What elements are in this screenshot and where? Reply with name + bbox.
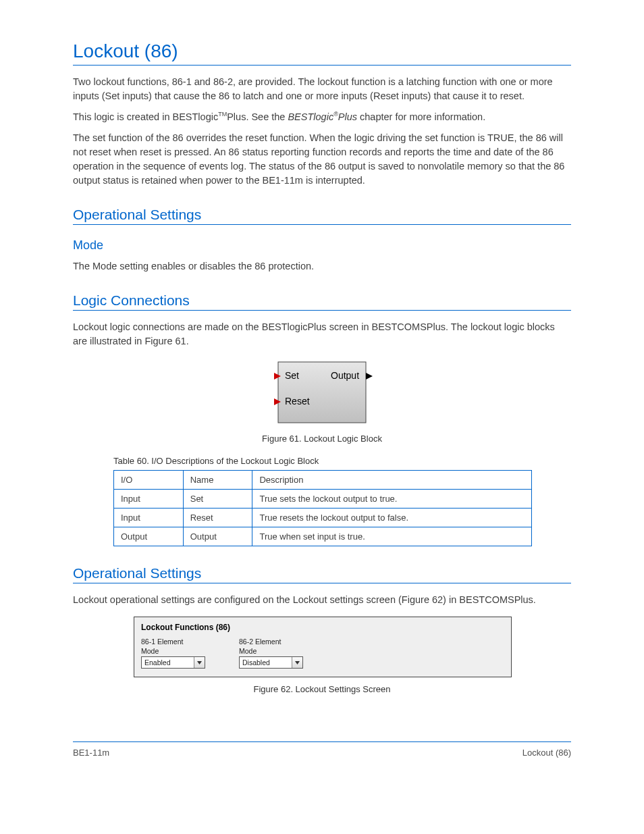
- set-label: Set: [285, 370, 299, 381]
- name-cell: Reset: [183, 509, 252, 527]
- io-table: I/O Name Description Input Set True sets…: [113, 470, 532, 546]
- section-divider: [73, 65, 571, 66]
- lockout-861-label: 86-1 Element: [141, 637, 205, 646]
- svg-marker-3: [366, 373, 373, 380]
- footer-divider: [73, 741, 571, 742]
- figure-61: Set Reset Output Figure 61. Lockout Logi…: [73, 361, 571, 444]
- lockout-861-mode-value: Enabled: [144, 658, 171, 667]
- mode-text: The Mode setting enables or disables the…: [73, 259, 571, 273]
- table-row: Input Set True sets the lockout output t…: [114, 490, 532, 509]
- footer-right: Lockout (86): [522, 748, 571, 758]
- footer-left: BE1-11m: [73, 748, 109, 758]
- intro-paragraph-1: Two lockout functions, 86-1 and 86-2, ar…: [73, 75, 571, 103]
- io-cell: Input: [114, 509, 184, 527]
- svg-marker-4: [197, 661, 202, 664]
- lockout-panel-title: Lockout Functions (86): [141, 623, 504, 632]
- desc-cell: True sets the lockout output to true.: [252, 490, 532, 509]
- lockout-862-mode-label: Mode: [239, 647, 303, 655]
- chevron-down-icon: [292, 657, 302, 668]
- operational-divider-1: [73, 224, 571, 225]
- reset-label: Reset: [285, 396, 310, 407]
- io-cell: Input: [114, 490, 184, 509]
- table-row: Output Output True when set input is tru…: [114, 527, 532, 546]
- lockout-col-862: 86-2 Element Mode Disabled: [239, 637, 303, 669]
- table-60-caption: Table 60. I/O Descriptions of the Lockou…: [113, 456, 571, 466]
- intro-paragraph-3: The set function of the 86 overrides the…: [73, 131, 571, 188]
- lockout-functions-panel: Lockout Functions (86) 86-1 Element Mode…: [134, 617, 512, 677]
- lockout-862-label: 86-2 Element: [239, 637, 303, 646]
- name-cell: Output: [183, 527, 252, 546]
- mode-title: Mode: [73, 238, 571, 253]
- lockout-logic-block-svg: Set Reset Output: [271, 361, 373, 425]
- io-header-name: Name: [183, 471, 252, 490]
- output-label: Output: [331, 370, 359, 381]
- section-title: Lockout (86): [73, 41, 571, 62]
- logic-connections-title: Logic Connections: [73, 292, 571, 309]
- figure-62-caption: Figure 62. Lockout Settings Screen: [73, 684, 571, 694]
- lockout-861-mode-label: Mode: [141, 647, 205, 655]
- operational-divider-2: [73, 583, 571, 583]
- svg-marker-5: [295, 661, 300, 664]
- io-header-desc: Description: [252, 471, 532, 490]
- lockout-861-mode-select[interactable]: Enabled: [141, 656, 205, 669]
- name-cell: Set: [183, 490, 252, 509]
- io-cell: Output: [114, 527, 184, 546]
- table-row: Input Reset True resets the lockout outp…: [114, 509, 532, 527]
- desc-cell: True when set input is true.: [252, 527, 532, 546]
- operational-settings-title-1: Operational Settings: [73, 207, 571, 223]
- lockout-862-mode-value: Disabled: [242, 658, 270, 667]
- lockout-862-mode-select[interactable]: Disabled: [239, 656, 303, 669]
- operational-settings-title-2: Operational Settings: [73, 565, 571, 581]
- intro-paragraph-2: This logic is created in BESTlogicTMPlus…: [73, 110, 571, 124]
- lockout-col-861: 86-1 Element Mode Enabled: [141, 637, 205, 669]
- figure-61-caption: Figure 61. Lockout Logic Block: [73, 434, 571, 444]
- operational-settings-text: Lockout operational settings are configu…: [73, 593, 571, 607]
- page: Lockout (86) Two lockout functions, 86-1…: [0, 41, 644, 834]
- logic-text: Lockout logic connections are made on th…: [73, 320, 571, 348]
- footer: BE1-11m Lockout (86): [73, 748, 571, 758]
- io-header-io: I/O: [114, 471, 184, 490]
- chevron-down-icon: [194, 657, 205, 668]
- logic-divider: [73, 310, 571, 311]
- desc-cell: True resets the lockout output to false.: [252, 509, 532, 527]
